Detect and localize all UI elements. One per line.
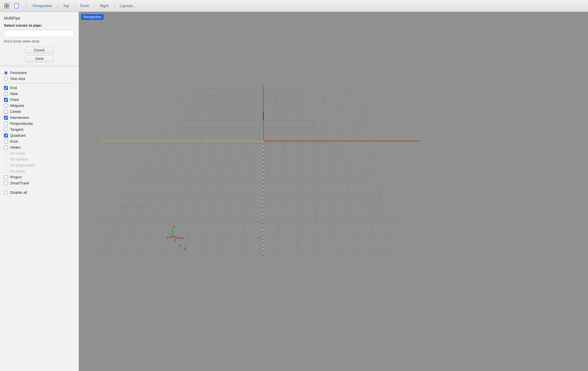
center-checkbox[interactable] (4, 110, 8, 114)
on-mesh-checkbox (4, 169, 8, 173)
svg-text:X: X (182, 237, 184, 240)
grid-4-icon[interactable] (2, 2, 11, 10)
osnap-item-project: Project (4, 174, 75, 180)
tab-layouts[interactable]: Layouts... (116, 3, 139, 9)
on-polysurface-checkbox (4, 163, 8, 167)
osnap-item-perpendicular: Perpendicular (4, 121, 75, 126)
osnap-item-quadrant: Quadrant (4, 133, 75, 138)
midpoint-label: Midpoint (10, 104, 24, 108)
osnap-item-knot: Knot (4, 139, 75, 144)
on-curve-checkbox (4, 151, 8, 155)
osnap-item-intersection: Intersection (4, 115, 75, 120)
osnap-item-end: End (4, 85, 75, 90)
svg-text:Z: Z (173, 225, 175, 229)
on-surface-checkbox (4, 157, 8, 161)
on-polysurface-label: On polysurface (10, 163, 35, 167)
osnap-divider (4, 83, 75, 83)
on-mesh-label: On mesh (10, 169, 25, 173)
viewport-area[interactable]: Perspective (79, 12, 588, 371)
osnap-item-smarttrack: SmartTrack (4, 180, 75, 186)
osnap-item-on-curve: On curve (4, 151, 75, 156)
osnap-item-on-mesh: On mesh (4, 168, 75, 174)
y-text: Y (178, 244, 181, 248)
smarttrack-checkbox[interactable] (4, 181, 8, 185)
svg-rect-0 (5, 4, 7, 6)
disable-all-label: Disable all (10, 190, 27, 195)
panel-divider (0, 66, 79, 67)
intersection-checkbox[interactable] (4, 116, 8, 120)
osnap-item-center: Center (4, 109, 75, 114)
point-label: Point (10, 98, 19, 102)
toolbar-separator-1 (26, 3, 26, 9)
toolbar: Perspective | Top | Front | Right | Layo… (0, 0, 588, 12)
project-label: Project (10, 175, 22, 179)
x-text: X (184, 246, 187, 251)
left-panel: MultiPipe Select curves to pipe: Press E… (0, 12, 79, 371)
intersection-label: Intersection (10, 115, 29, 120)
tab-front[interactable]: Front (77, 3, 92, 9)
near-checkbox[interactable] (4, 92, 8, 96)
point-checkbox[interactable] (4, 98, 8, 102)
tab-sep-4: | (114, 4, 115, 8)
svg-text:Y: Y (166, 236, 169, 239)
vertex-checkbox[interactable] (4, 146, 8, 149)
tab-perspective[interactable]: Perspective (29, 3, 55, 9)
svg-rect-5 (79, 12, 588, 371)
tab-sep-2: | (74, 4, 75, 8)
disable-all-checkbox[interactable] (4, 191, 8, 194)
viewport-layout-icons (2, 2, 21, 10)
done-button[interactable]: Done (25, 55, 54, 62)
tangent-label: Tangent (10, 127, 23, 132)
osnap-item-on-polysurface: On polysurface (4, 163, 75, 168)
smarttrack-label: SmartTrack (10, 181, 29, 185)
midpoint-checkbox[interactable] (4, 104, 8, 108)
osnap-item-on-surface: On surface (4, 157, 75, 162)
svg-rect-1 (7, 4, 9, 6)
quadrant-label: Quadrant (10, 133, 26, 138)
tab-top[interactable]: Top (60, 3, 72, 9)
tab-sep-1: | (57, 4, 58, 8)
tab-sep-3: | (94, 4, 95, 8)
button-row: Cancel Done (4, 47, 75, 62)
osnap-item-vertex: Vertex (4, 145, 75, 150)
panel-top: MultiPipe Select curves to pipe: Press E… (0, 12, 79, 65)
disable-all-row: Disable all (0, 188, 79, 198)
vertex-label: Vertex (10, 145, 21, 149)
svg-rect-4 (14, 4, 19, 8)
center-label: Center (10, 109, 21, 114)
osnap-item-persistent: Persistent (4, 70, 75, 75)
svg-rect-2 (5, 6, 7, 8)
knot-checkbox[interactable] (4, 140, 8, 144)
section-label: Select curves to pipe: (4, 23, 75, 28)
osnap-item-near: Near (4, 91, 75, 96)
tab-right[interactable]: Right (96, 3, 112, 9)
on-curve-label: On curve (10, 151, 25, 155)
viewport-canvas: Z Y X Z X Y (79, 12, 588, 371)
one-shot-label: One shot (10, 77, 25, 81)
near-label: Near (10, 92, 18, 96)
grid-1-icon[interactable] (12, 2, 21, 10)
curves-input[interactable] (4, 30, 75, 37)
end-checkbox[interactable] (4, 86, 8, 90)
persistent-label: Persistent (10, 71, 27, 75)
panel-title: MultiPipe (4, 16, 75, 20)
project-checkbox[interactable] (4, 175, 8, 179)
one-shot-radio[interactable] (4, 77, 8, 81)
on-surface-label: On surface (10, 157, 28, 161)
main-area: MultiPipe Select curves to pipe: Press E… (0, 12, 588, 371)
knot-label: Knot (10, 139, 18, 144)
osnap-item-point: Point (4, 97, 75, 102)
persistent-radio[interactable] (4, 71, 8, 75)
perpendicular-checkbox[interactable] (4, 122, 8, 126)
tangent-checkbox[interactable] (4, 128, 8, 132)
hint-text: Press Enter when done (4, 39, 75, 43)
osnap-item-one-shot: One shot (4, 76, 75, 81)
end-label: End (10, 86, 17, 90)
cancel-button[interactable]: Cancel (25, 47, 54, 54)
osnap-item-midpoint: Midpoint (4, 103, 75, 108)
viewport-label: Perspective (81, 14, 104, 20)
quadrant-checkbox[interactable] (4, 134, 8, 138)
perpendicular-label: Perpendicular (10, 121, 33, 126)
osnap-item-tangent: Tangent (4, 127, 75, 132)
svg-rect-3 (7, 6, 9, 8)
